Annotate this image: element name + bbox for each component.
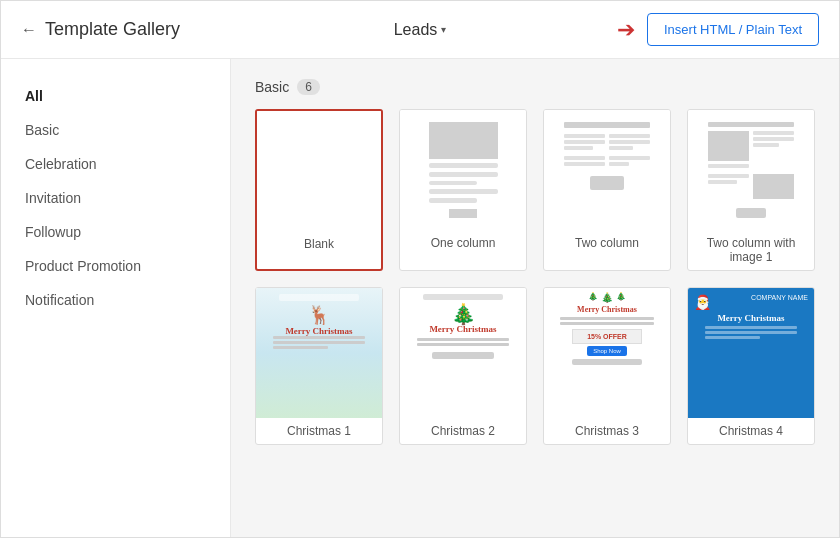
xmas1-greeting: Merry Christmas — [285, 326, 352, 336]
christmas-1-preview: 🦌 Merry Christmas — [256, 288, 382, 418]
template-christmas-4[interactable]: 🎅 COMPANY NAME Merry Christmas — [687, 287, 815, 445]
section-title: Basic — [255, 79, 289, 95]
xmas3-line-2 — [560, 322, 654, 325]
xmas1-line-3 — [273, 346, 328, 349]
two-col-row-2 — [564, 156, 650, 168]
basic-templates-grid: Blank One — [255, 109, 815, 271]
main-layout: All Basic Celebration Invitation Followu… — [1, 59, 839, 537]
header: ← Template Gallery Leads ▾ ➔ Insert HTML… — [1, 1, 839, 59]
template-two-column-image[interactable]: Two column with image 1 — [687, 109, 815, 271]
xmas1-deer-icon: 🦌 — [308, 304, 330, 326]
img-col-4 — [753, 174, 794, 202]
sidebar-item-product-promotion[interactable]: Product Promotion — [1, 249, 230, 283]
header-center: Leads ▾ — [394, 21, 447, 39]
xmas2-lines — [417, 338, 508, 348]
xmas2-company-bar — [432, 352, 495, 359]
template-two-column[interactable]: Two column — [543, 109, 671, 271]
preview-line-1 — [429, 163, 498, 168]
christmas-2-preview: 🎄 Merry Christmas — [400, 288, 526, 418]
christmas-1-label: Christmas 1 — [283, 418, 355, 444]
preview-line-2 — [429, 172, 498, 177]
sidebar-item-followup[interactable]: Followup — [1, 215, 230, 249]
back-icon[interactable]: ← — [21, 21, 37, 39]
tc-footer-block — [736, 208, 766, 218]
template-christmas-3[interactable]: 🎄 🎄 🎄 Merry Christmas 15% OFFER — [543, 287, 671, 445]
section-header: Basic 6 — [255, 79, 815, 95]
two-col-right — [609, 134, 650, 152]
img-col-line-5 — [708, 174, 749, 178]
xmas4-visual: 🎅 COMPANY NAME Merry Christmas — [688, 288, 814, 418]
christmas-3-preview: 🎄 🎄 🎄 Merry Christmas 15% OFFER — [544, 288, 670, 418]
img-col-1 — [708, 131, 749, 170]
insert-html-button[interactable]: Insert HTML / Plain Text — [647, 13, 819, 46]
two-column-image-label: Two column with image 1 — [688, 230, 814, 270]
col-line-9 — [609, 156, 650, 160]
arrow-indicator-icon: ➔ — [617, 17, 635, 43]
section-count-badge: 6 — [297, 79, 320, 95]
preview-line-4 — [429, 189, 498, 194]
col-line-1 — [564, 134, 605, 138]
dropdown-arrow-icon[interactable]: ▾ — [441, 24, 446, 35]
template-blank[interactable]: Blank — [255, 109, 383, 271]
sidebar-item-all[interactable]: All — [1, 79, 230, 113]
img-col-line-3 — [753, 137, 794, 141]
template-one-column[interactable]: One column — [399, 109, 527, 271]
header-left: ← Template Gallery — [21, 19, 617, 40]
img-row-1 — [708, 131, 794, 170]
header-right: ➔ Insert HTML / Plain Text — [617, 13, 819, 46]
sidebar: All Basic Celebration Invitation Followu… — [1, 59, 231, 537]
two-col-left-2 — [564, 156, 605, 168]
template-christmas-2[interactable]: 🎄 Merry Christmas Christmas 2 — [399, 287, 527, 445]
xmas2-line-1 — [417, 338, 508, 341]
one-column-label: One column — [427, 230, 500, 256]
xmas4-company-text: COMPANY NAME — [751, 294, 808, 301]
blank-label: Blank — [300, 231, 338, 257]
xmas3-lines — [560, 317, 654, 327]
xmas3-greeting: Merry Christmas — [577, 305, 637, 314]
preview-line-5 — [429, 198, 477, 203]
preview-image-block — [429, 122, 498, 159]
xmas3-offer-box: 15% OFFER — [572, 329, 643, 344]
col-line-6 — [609, 146, 633, 150]
img-square-1 — [708, 131, 749, 161]
blank-visual — [265, 119, 373, 223]
one-column-preview — [400, 110, 526, 230]
preview-line-3 — [429, 181, 477, 186]
sidebar-item-celebration[interactable]: Celebration — [1, 147, 230, 181]
content-area: Basic 6 Blank — [231, 59, 839, 537]
xmas4-company-area: COMPANY NAME — [751, 294, 808, 301]
two-col-right-2 — [609, 156, 650, 168]
christmas-templates-grid: 🦌 Merry Christmas Christmas 1 — [255, 287, 815, 445]
xmas3-tree-1: 🎄 — [588, 292, 598, 303]
col-line-5 — [609, 140, 650, 144]
tc-header — [708, 122, 794, 127]
col-line-7 — [564, 156, 605, 160]
two-col-row-1 — [564, 134, 650, 152]
xmas3-line-1 — [560, 317, 654, 320]
christmas-4-label: Christmas 4 — [715, 418, 787, 444]
xmas3-visual: 🎄 🎄 🎄 Merry Christmas 15% OFFER — [544, 288, 670, 418]
xmas1-visual: 🦌 Merry Christmas — [256, 288, 382, 418]
img-square-2 — [753, 174, 794, 199]
xmas2-visual: 🎄 Merry Christmas — [400, 288, 526, 418]
two-col-footer-block — [590, 176, 624, 190]
sidebar-item-invitation[interactable]: Invitation — [1, 181, 230, 215]
xmas3-tree-3: 🎄 — [616, 292, 626, 303]
img-col-line-4 — [753, 143, 779, 147]
xmas3-trees-row: 🎄 🎄 🎄 — [588, 292, 626, 303]
col-line-2 — [564, 140, 605, 144]
xmas1-company-bar — [279, 294, 359, 301]
sidebar-item-notification[interactable]: Notification — [1, 283, 230, 317]
xmas1-lines — [273, 336, 364, 351]
two-col-img-preview — [688, 110, 814, 230]
leads-label[interactable]: Leads — [394, 21, 438, 39]
xmas3-cta-button: Shop Now — [587, 346, 627, 356]
img-col-line-6 — [708, 180, 737, 184]
one-col-visual — [425, 118, 502, 222]
template-christmas-1[interactable]: 🦌 Merry Christmas Christmas 1 — [255, 287, 383, 445]
blank-preview — [257, 111, 381, 231]
img-row-2 — [708, 174, 794, 202]
sidebar-item-basic[interactable]: Basic — [1, 113, 230, 147]
xmas3-offer-text: 15% OFFER — [576, 333, 639, 340]
col-line-4 — [609, 134, 650, 138]
